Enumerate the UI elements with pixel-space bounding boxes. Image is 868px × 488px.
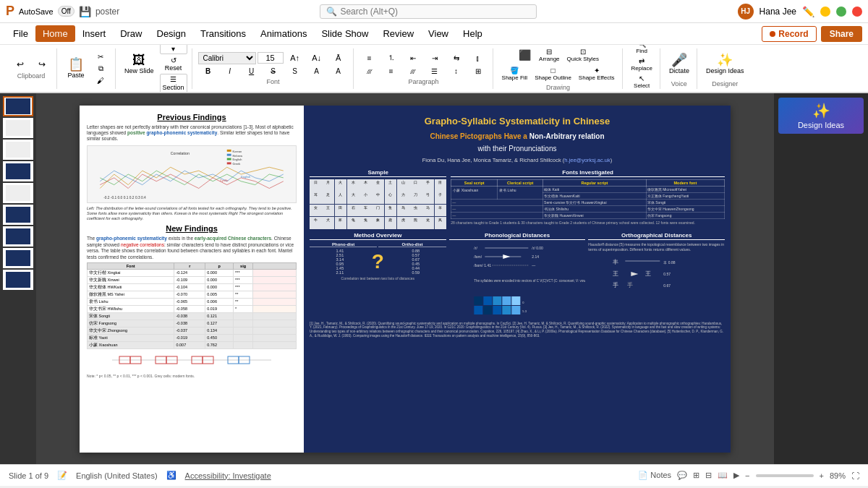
menu-insert[interactable]: Insert: [75, 25, 114, 42]
fonts-section: Fonts Investigated Seal script Clerical …: [451, 169, 725, 229]
copy-button[interactable]: ⧉: [90, 63, 111, 74]
slide-inner: Previous Findings Letter shapes are not …: [80, 106, 731, 453]
align-right-button[interactable]: ⫻: [403, 66, 423, 77]
font-color-button[interactable]: A: [307, 66, 327, 77]
font-name-select[interactable]: Calibri: [198, 52, 256, 64]
cut-button[interactable]: ✂: [90, 51, 111, 62]
slide-thumb-2[interactable]: 2: [3, 118, 33, 138]
line-spacing-button[interactable]: ↕: [446, 66, 467, 77]
select-button[interactable]: ↖ Select: [631, 73, 652, 90]
quick-styles-button[interactable]: ⊡ Quick Styles: [564, 46, 602, 64]
font-size-input[interactable]: [258, 52, 284, 64]
smart-art-button[interactable]: ⊞: [468, 66, 488, 77]
shadow-button[interactable]: S: [285, 66, 305, 77]
slide-thumb-6[interactable]: 6: [3, 205, 33, 225]
shape-outline-button[interactable]: □ Shape Outline: [532, 65, 574, 82]
shapes-button[interactable]: ⬛: [514, 48, 535, 62]
align-right-icon: ⫻: [409, 67, 417, 75]
ribbon: File Home Insert Draw Design Transitions…: [0, 23, 868, 93]
fit-to-window-icon[interactable]: ⛶: [851, 471, 859, 480]
edit-icon[interactable]: ✏️: [802, 6, 814, 17]
view-slide-sorter-icon[interactable]: ⊟: [705, 471, 712, 480]
view-reading-icon[interactable]: 📖: [718, 471, 728, 480]
decrease-indent-button[interactable]: ⇤: [403, 53, 423, 64]
table-row: 华文行楷 Xingkai-0.1240.000***: [88, 269, 297, 276]
notes-button[interactable]: 📄 Notes: [638, 471, 671, 480]
redo-button[interactable]: ↪: [32, 58, 52, 71]
search-input[interactable]: [340, 7, 521, 17]
format-painter-button[interactable]: 🖌: [90, 75, 111, 86]
replace-button[interactable]: ⇄ Replace: [629, 56, 655, 73]
zoom-in-icon[interactable]: +: [820, 471, 824, 480]
menu-file[interactable]: File: [6, 25, 35, 42]
shape-effects-button[interactable]: ✦ Shape Effects: [576, 65, 618, 82]
menu-draw[interactable]: Draw: [113, 25, 149, 42]
underline-button[interactable]: U: [242, 66, 262, 77]
view-normal-icon[interactable]: ⊞: [693, 471, 699, 480]
strikethrough-button[interactable]: S: [263, 66, 284, 77]
highlight-color-button[interactable]: A: [328, 66, 349, 77]
menu-transitions[interactable]: Transitions: [193, 25, 253, 42]
slide-thumb-7[interactable]: 7: [3, 226, 33, 247]
accessibility-label[interactable]: Accessibility: Investigate: [185, 471, 271, 480]
design-ideas-button[interactable]: ✨ Design Ideas: [703, 50, 747, 79]
slide-thumb-9[interactable]: 9: [3, 270, 33, 290]
zoom-out-icon[interactable]: −: [745, 471, 749, 480]
dictate-button[interactable]: 🎤 Dictate: [666, 50, 692, 79]
comments-icon[interactable]: 💬: [677, 471, 687, 480]
paste-button[interactable]: 📋 Paste: [63, 51, 89, 86]
minimize-button[interactable]: [820, 7, 830, 17]
menu-design[interactable]: Design: [150, 25, 193, 42]
new-slide-button[interactable]: 🖼 New Slide: [122, 47, 157, 82]
design-ideas-panel-button[interactable]: ✨ Design Ideas: [778, 98, 864, 134]
share-button[interactable]: Share: [821, 26, 862, 42]
autosave-toggle[interactable]: Off: [58, 6, 75, 17]
justify-icon: ☰: [431, 67, 438, 75]
reset-button[interactable]: ↺ Reset: [160, 55, 187, 73]
find-button[interactable]: 🔍 Find: [631, 45, 652, 56]
new-findings-title: New Findings: [87, 224, 297, 233]
save-icon[interactable]: 💾: [79, 6, 91, 17]
menu-animations[interactable]: Animations: [253, 25, 314, 42]
align-left-button[interactable]: ⫻: [359, 66, 380, 77]
slide-thumb-3[interactable]: 3: [3, 140, 33, 160]
undo-button[interactable]: ↩: [10, 58, 30, 71]
slide-thumb-5[interactable]: 5: [3, 183, 33, 203]
menu-review[interactable]: Review: [375, 25, 421, 42]
slide-view-icon[interactable]: 📝: [57, 471, 67, 480]
justify-button[interactable]: ☰: [425, 66, 445, 77]
menu-slideshow[interactable]: Slide Show: [314, 25, 375, 42]
menu-help[interactable]: Help: [456, 25, 490, 42]
slide-thumb-8[interactable]: 8: [3, 248, 33, 268]
menu-view[interactable]: View: [421, 25, 456, 42]
slide-thumb-1[interactable]: 1: [3, 96, 33, 116]
slide-thumb-4[interactable]: 4: [3, 161, 33, 181]
search-box[interactable]: 🔍: [320, 4, 537, 19]
section-dropdown[interactable]: ☰ Section ▾: [160, 74, 187, 93]
menu-home[interactable]: Home: [35, 25, 75, 42]
clear-format-button[interactable]: Ā: [328, 52, 349, 64]
decrease-font-button[interactable]: A↓: [307, 52, 327, 64]
numbering-button[interactable]: ⒈: [381, 51, 401, 64]
align-center-button[interactable]: ≡: [381, 66, 401, 77]
arrange-button[interactable]: ⊟ Arrange: [536, 46, 562, 64]
shape-fill-button[interactable]: 🪣 Shape Fill: [499, 65, 531, 82]
slide-content[interactable]: Previous Findings Letter shapes are not …: [80, 106, 731, 453]
layout-dropdown[interactable]: ▦ Layout ▾: [160, 45, 187, 54]
record-button[interactable]: Record: [762, 26, 816, 42]
bullets-button[interactable]: ≡: [359, 53, 380, 64]
increase-indent-button[interactable]: ⇥: [425, 53, 445, 64]
search-area: 🔍: [320, 4, 537, 19]
columns-button[interactable]: ⫿: [468, 53, 488, 64]
rtl-button[interactable]: ⇆: [446, 53, 467, 64]
decrease-indent-icon: ⇤: [410, 54, 416, 62]
bold-button[interactable]: B: [198, 66, 218, 77]
zoom-level[interactable]: 89%: [830, 471, 846, 480]
italic-button[interactable]: I: [220, 66, 240, 77]
ortho-section-title: Orthographical Distances: [588, 232, 725, 240]
zoom-slider[interactable]: [756, 474, 814, 477]
view-slideshow-icon[interactable]: ▶: [733, 471, 739, 480]
close-button[interactable]: [852, 7, 862, 17]
increase-font-button[interactable]: A↑: [285, 52, 305, 64]
maximize-button[interactable]: [836, 7, 846, 17]
